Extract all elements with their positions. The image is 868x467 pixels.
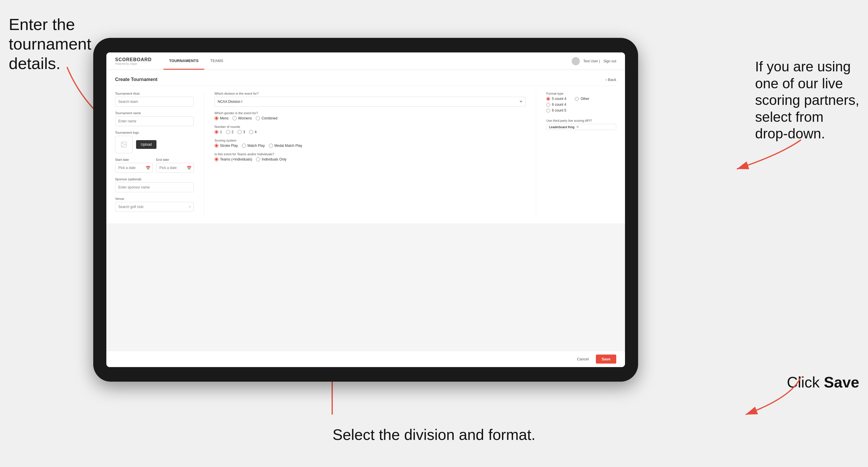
rounds-2-radio[interactable]: [226, 130, 230, 134]
sponsor-group: Sponsor (optional): [115, 178, 194, 192]
rounds-2[interactable]: 2: [226, 130, 234, 134]
teams-individuals-radio[interactable]: [256, 157, 260, 161]
logo-subtitle: Powered by Clippit: [115, 62, 152, 65]
teams-teams-label: Teams (+Individuals): [220, 157, 252, 161]
rounds-1[interactable]: 1: [214, 130, 222, 134]
form-columns: Tournament Host Tournament name Tourname…: [115, 92, 616, 216]
rounds-4[interactable]: 4: [249, 130, 257, 134]
format-6count5-label: 6 count 5: [552, 108, 566, 113]
division-select[interactable]: NCAA Division I: [214, 97, 526, 106]
start-date-group: Start date 📅: [115, 158, 153, 173]
nav-tab-teams[interactable]: TEAMS: [204, 53, 229, 70]
end-date-label: End date: [156, 158, 194, 161]
gender-womens-radio[interactable]: [232, 116, 237, 120]
sponsor-input[interactable]: [115, 182, 194, 192]
nav-tab-tournaments[interactable]: TOURNAMENTS: [163, 53, 205, 70]
scoring-stroke-label: Stroke Play: [220, 144, 238, 148]
annotation-top-right: If you are using one of our live scoring…: [755, 58, 860, 142]
tournament-name-input[interactable]: [115, 116, 194, 126]
teams-individuals[interactable]: Individuals Only: [256, 157, 286, 161]
division-label: Which division is the event for?: [214, 92, 526, 95]
venue-group: Venue ▼: [115, 197, 194, 212]
live-scoring-section: Use third-party live scoring API? Leader…: [546, 119, 616, 130]
scoring-medal-match-label: Medal Match Play: [275, 144, 302, 148]
gender-combined[interactable]: Combined: [256, 116, 277, 120]
nav-right: Test User | Sign out: [572, 57, 616, 65]
annotation-bottom-right: Click Save: [787, 373, 859, 391]
teams-teams-radio[interactable]: [214, 157, 219, 161]
save-button[interactable]: Save: [596, 354, 616, 364]
nav-user-text: Test User |: [583, 59, 600, 63]
format-6count4-label: 6 count 4: [552, 102, 566, 106]
rounds-group: Number of rounds 1 2: [214, 125, 526, 134]
end-date-input[interactable]: [156, 163, 194, 173]
dates-group: Start date 📅 End date: [115, 158, 194, 173]
format-5count4-radio[interactable]: [546, 97, 550, 101]
form-col-right: Format type 5 count 4 6 coun: [546, 92, 616, 216]
rounds-3[interactable]: 3: [238, 130, 245, 134]
rounds-4-radio[interactable]: [249, 130, 253, 134]
scoring-medal-match[interactable]: Medal Match Play: [269, 144, 302, 148]
format-other-label: Other: [581, 97, 589, 101]
nav-logo: SCOREBOARD Powered by Clippit: [115, 57, 152, 65]
format-other-radio[interactable]: [575, 97, 579, 101]
form-title: Create Tournament: [115, 77, 158, 82]
scoring-stroke[interactable]: Stroke Play: [214, 144, 238, 148]
format-6count5-radio[interactable]: [546, 109, 550, 113]
form-col-left: Tournament Host Tournament name Tourname…: [115, 92, 194, 216]
tournament-host-group: Tournament Host: [115, 92, 194, 106]
gender-womens[interactable]: Womens: [232, 116, 252, 120]
date-row: Start date 📅 End date: [115, 158, 194, 173]
form-container: Create Tournament Back Tournament Host T…: [106, 70, 625, 223]
scoring-medal-match-radio[interactable]: [269, 144, 273, 148]
gender-label: Which gender is the event for?: [214, 111, 526, 115]
live-scoring-remove[interactable]: ✕: [576, 125, 579, 129]
format-6count4-radio[interactable]: [546, 103, 550, 106]
scoring-radio-group: Stroke Play Match Play Medal Match Play: [214, 144, 526, 148]
nav-signout[interactable]: Sign out: [603, 59, 616, 63]
teams-teams[interactable]: Teams (+Individuals): [214, 157, 252, 161]
rounds-3-radio[interactable]: [238, 130, 242, 134]
tournament-host-input[interactable]: [115, 97, 194, 106]
rounds-2-label: 2: [231, 130, 234, 134]
gender-combined-radio[interactable]: [256, 116, 260, 120]
gender-mens-label: Mens: [220, 116, 228, 120]
rounds-1-radio[interactable]: [214, 130, 219, 134]
sponsor-label: Sponsor (optional): [115, 178, 194, 181]
rounds-label: Number of rounds: [214, 125, 526, 128]
nav-avatar: [572, 57, 580, 65]
format-other[interactable]: Other: [575, 97, 589, 101]
gender-mens[interactable]: Mens: [214, 116, 228, 120]
start-date-wrapper: 📅: [115, 163, 153, 173]
scoring-group: Scoring system Stroke Play Match Play: [214, 139, 526, 148]
teams-label: Is this event for Teams and/or Individua…: [214, 152, 526, 156]
gender-mens-radio[interactable]: [214, 116, 219, 120]
upload-button[interactable]: Upload: [136, 140, 156, 149]
scoring-match[interactable]: Match Play: [242, 144, 265, 148]
live-scoring-tag[interactable]: Leaderboard King ✕: [546, 124, 616, 130]
format-6count5[interactable]: 6 count 5: [546, 108, 566, 113]
annotation-save-bold: Save: [824, 374, 859, 391]
division-group: Which division is the event for? NCAA Di…: [214, 92, 526, 106]
rounds-4-label: 4: [255, 130, 257, 134]
back-link[interactable]: Back: [606, 77, 616, 82]
venue-input[interactable]: [115, 202, 194, 212]
tournament-host-label: Tournament Host: [115, 92, 194, 95]
format-5count4[interactable]: 5 count 4: [546, 97, 566, 101]
live-scoring-value: Leaderboard King: [549, 125, 574, 129]
format-6count4[interactable]: 6 count 4: [546, 102, 566, 106]
col-divider-1: [204, 92, 204, 216]
tournament-name-group: Tournament name: [115, 111, 194, 126]
teams-group: Is this event for Teams and/or Individua…: [214, 152, 526, 161]
tablet-screen: SCOREBOARD Powered by Clippit TOURNAMENT…: [106, 53, 625, 367]
venue-label: Venue: [115, 197, 194, 200]
gender-radio-group: Mens Womens Combined: [214, 116, 526, 120]
scoring-label: Scoring system: [214, 139, 526, 142]
start-date-input[interactable]: [115, 163, 153, 173]
svg-point-7: [122, 143, 123, 144]
tournament-name-label: Tournament name: [115, 111, 194, 115]
scoring-stroke-radio[interactable]: [214, 144, 219, 148]
cancel-button[interactable]: Cancel: [573, 354, 593, 364]
scoring-match-radio[interactable]: [242, 144, 246, 148]
teams-individuals-label: Individuals Only: [262, 157, 286, 161]
